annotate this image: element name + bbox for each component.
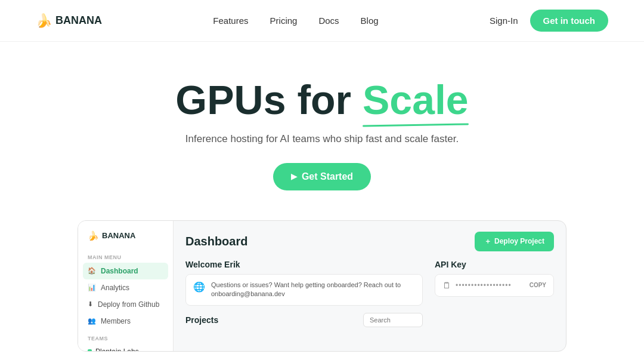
api-label: API Key [435,260,554,269]
team-name: Plantain Labs [95,347,139,352]
hero-section: GPUs for Scale Inference hosting for AI … [0,42,644,214]
hero-heading-start: GPUs for [175,77,363,122]
nav-docs[interactable]: Docs [318,16,339,26]
logo: 🍌 BANANA [36,13,102,29]
info-card: 🌐 Questions or issues? Want help getting… [185,274,423,306]
hero-heading: GPUs for Scale [12,78,632,122]
copy-button[interactable]: COPY [530,282,546,288]
get-started-button[interactable]: ▶ Get Started [273,163,371,190]
left-column: Welcome Erik 🌐 Questions or issues? Want… [185,260,423,327]
search-input[interactable] [363,313,423,327]
projects-title: Projects [185,315,218,325]
analytics-icon: 📊 [88,284,96,291]
deploy-icon: ⬇ [88,300,93,308]
projects-row: Projects [185,313,423,327]
dashboard-icon: 🏠 [88,267,96,275]
sidebar-logo-text: BANANA [102,231,135,240]
key-icon: 🗒 [442,281,451,290]
sidebar-item-members[interactable]: 👥 Members [78,313,173,330]
main-content: Dashboard ＋ Deploy Project Welcome Erik … [174,221,566,351]
globe-icon: 🌐 [193,281,205,293]
main-header: Dashboard ＋ Deploy Project [185,232,554,251]
info-text: Questions or issues? Want help getting o… [211,281,415,299]
signin-link[interactable]: Sign-In [490,16,518,26]
logo-text: BANANA [55,14,102,27]
sidebar-team-plantain[interactable]: Plantain Labs [78,344,173,352]
sidebar-dashboard-label: Dashboard [101,267,138,275]
sidebar-analytics-label: Analytics [101,284,129,292]
sidebar-item-analytics[interactable]: 📊 Analytics [78,279,173,296]
sidebar-deploy-label: Deploy from Github [98,300,159,309]
nav-features[interactable]: Features [213,16,248,26]
main-menu-label: MAIN MENU [78,250,173,263]
nav-blog[interactable]: Blog [361,16,379,26]
play-icon: ▶ [291,172,297,181]
api-key-card: 🗒 •••••••••••••••••• COPY [435,274,554,297]
plus-icon: ＋ [484,236,491,247]
nav-pricing[interactable]: Pricing [270,16,298,26]
dashboard-preview: 🍌 BANANA MAIN MENU 🏠 Dashboard 📊 Analyti… [78,220,566,352]
hero-subtext: Inference hosting for AI teams who ship … [12,133,632,145]
nav-links: Features Pricing Docs Blog [213,16,378,26]
sidebar-logo: 🍌 BANANA [78,230,173,250]
right-column: API Key 🗒 •••••••••••••••••• COPY [435,260,554,327]
deploy-label: Deploy Project [494,237,544,245]
welcome-text: Welcome Erik [185,260,423,269]
api-dots: •••••••••••••••••• [456,281,525,290]
nav-right: Sign-In Get in touch [490,10,608,32]
get-in-touch-button[interactable]: Get in touch [530,10,609,32]
sidebar-item-dashboard[interactable]: 🏠 Dashboard [83,263,168,279]
hero-heading-accent: Scale [363,78,469,122]
members-icon: 👥 [88,317,96,325]
sidebar-members-label: Members [101,317,131,325]
team-dot [88,349,92,352]
dashboard-title: Dashboard [185,235,247,248]
get-started-label: Get Started [302,171,353,182]
sidebar: 🍌 BANANA MAIN MENU 🏠 Dashboard 📊 Analyti… [78,221,174,351]
deploy-project-button[interactable]: ＋ Deploy Project [475,232,554,251]
sidebar-logo-icon: 🍌 [88,230,99,241]
dashboard-cols: Welcome Erik 🌐 Questions or issues? Want… [185,260,554,327]
navbar: 🍌 BANANA Features Pricing Docs Blog Sign… [0,0,644,42]
teams-label: TEAMS [78,330,173,344]
sidebar-item-deploy[interactable]: ⬇ Deploy from Github [78,296,173,313]
logo-icon: 🍌 [36,13,52,29]
